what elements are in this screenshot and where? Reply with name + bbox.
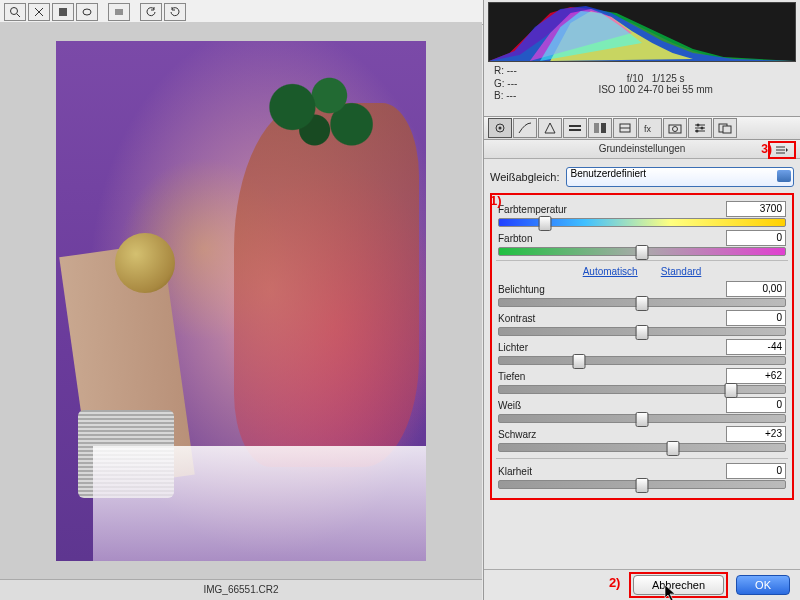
- tab-split[interactable]: [588, 118, 612, 138]
- exposure-slider[interactable]: [498, 298, 786, 307]
- settings-panel: R: --- G: --- B: --- f/10 1/125 s ISO 10…: [483, 0, 800, 600]
- whites-row: Weiß0: [498, 397, 786, 423]
- blacks-row: Schwarz+23: [498, 426, 786, 452]
- shadows-label: Tiefen: [498, 371, 525, 382]
- cancel-button[interactable]: Abbrechen: [633, 575, 724, 595]
- tab-lens[interactable]: [613, 118, 637, 138]
- highlights-label: Lichter: [498, 342, 528, 353]
- blacks-slider[interactable]: [498, 443, 786, 452]
- tab-fx[interactable]: fx: [638, 118, 662, 138]
- clarity-slider[interactable]: [498, 480, 786, 489]
- tab-detail[interactable]: [538, 118, 562, 138]
- tab-curve[interactable]: [513, 118, 537, 138]
- svg-rect-2: [59, 8, 67, 16]
- tab-basic[interactable]: [488, 118, 512, 138]
- temperature-value[interactable]: 3700: [726, 201, 786, 217]
- svg-rect-25: [723, 126, 731, 133]
- tab-hsl[interactable]: [563, 118, 587, 138]
- sliders-group: 1) Farbtemperatur3700 Farbton0 Automatis…: [490, 193, 794, 500]
- tint-slider[interactable]: [498, 247, 786, 256]
- contrast-value[interactable]: 0: [726, 310, 786, 326]
- exposure-label: Belichtung: [498, 284, 545, 295]
- exposure-row: Belichtung0,00: [498, 281, 786, 307]
- canvas-area[interactable]: [0, 22, 482, 579]
- tint-value[interactable]: 0: [726, 230, 786, 246]
- crop-button[interactable]: [108, 3, 130, 21]
- contrast-row: Kontrast0: [498, 310, 786, 336]
- svg-point-21: [697, 124, 700, 127]
- rotate-cw-button[interactable]: [164, 3, 186, 21]
- annotation-1: 1): [490, 193, 502, 208]
- panel-menu-button[interactable]: [768, 141, 796, 159]
- tint-label: Farbton: [498, 233, 532, 244]
- exif-readout: f/10 1/125 s ISO 100 24-70 bei 55 mm: [517, 73, 794, 95]
- eyedropper-button[interactable]: [52, 3, 74, 21]
- image-workspace: IMG_66551.CR2: [0, 22, 482, 600]
- sampler-button[interactable]: [76, 3, 98, 21]
- annotation-2: 2): [609, 575, 621, 590]
- tab-snapshots[interactable]: [713, 118, 737, 138]
- section-title: Grundeinstellungen: [599, 143, 686, 154]
- svg-point-0: [11, 8, 18, 15]
- whites-slider[interactable]: [498, 414, 786, 423]
- blacks-label: Schwarz: [498, 429, 536, 440]
- shadows-value[interactable]: +62: [726, 368, 786, 384]
- clarity-value[interactable]: 0: [726, 463, 786, 479]
- auto-link[interactable]: Automatisch: [583, 266, 638, 277]
- svg-point-8: [499, 127, 502, 130]
- section-header: Grundeinstellungen 3): [484, 140, 800, 159]
- whites-label: Weiß: [498, 400, 521, 411]
- svg-rect-11: [594, 123, 599, 133]
- blacks-value[interactable]: +23: [726, 426, 786, 442]
- shadows-row: Tiefen+62: [498, 368, 786, 394]
- svg-point-17: [673, 127, 678, 132]
- zoom-tool-button[interactable]: [4, 3, 26, 21]
- histogram-section: R: --- G: --- B: --- f/10 1/125 s ISO 10…: [484, 0, 800, 117]
- clarity-label: Klarheit: [498, 466, 532, 477]
- default-link[interactable]: Standard: [661, 266, 702, 277]
- temperature-label: Farbtemperatur: [498, 204, 567, 215]
- temperature-slider[interactable]: [498, 218, 786, 227]
- tint-row: Farbton0: [498, 230, 786, 256]
- controls-area: Weißabgleich: Benutzerdefiniert 1) Farbt…: [484, 159, 800, 569]
- panel-tabs: fx: [484, 117, 800, 140]
- svg-rect-10: [569, 129, 581, 131]
- preview-image: [56, 41, 426, 561]
- svg-text:fx: fx: [644, 124, 652, 134]
- b-readout: B: ---: [494, 90, 517, 103]
- filename-label: IMG_66551.CR2: [0, 579, 482, 600]
- histogram[interactable]: [488, 2, 796, 62]
- hand-tool-button[interactable]: [28, 3, 50, 21]
- tab-presets[interactable]: [688, 118, 712, 138]
- g-readout: G: ---: [494, 78, 517, 91]
- svg-point-23: [696, 130, 699, 133]
- svg-line-1: [17, 14, 20, 17]
- svg-point-22: [701, 127, 704, 130]
- whites-value[interactable]: 0: [726, 397, 786, 413]
- rgb-readout: R: --- G: --- B: ---: [494, 65, 517, 103]
- wb-label: Weißabgleich:: [490, 171, 560, 183]
- exposure-value[interactable]: 0,00: [726, 281, 786, 297]
- svg-rect-12: [601, 123, 606, 133]
- wb-select[interactable]: Benutzerdefiniert: [566, 167, 795, 187]
- temperature-row: Farbtemperatur3700: [498, 201, 786, 227]
- highlights-value[interactable]: -44: [726, 339, 786, 355]
- rotate-ccw-button[interactable]: [140, 3, 162, 21]
- ok-button[interactable]: OK: [736, 575, 790, 595]
- r-readout: R: ---: [494, 65, 517, 78]
- svg-rect-9: [569, 125, 581, 127]
- dialog-buttons: 2) Abbrechen OK: [484, 569, 800, 600]
- tab-camera[interactable]: [663, 118, 687, 138]
- svg-point-3: [83, 9, 91, 15]
- preset-links: Automatisch Standard: [498, 265, 786, 277]
- shadows-slider[interactable]: [498, 385, 786, 394]
- contrast-slider[interactable]: [498, 327, 786, 336]
- clarity-row: Klarheit0: [498, 463, 786, 489]
- highlights-slider[interactable]: [498, 356, 786, 365]
- contrast-label: Kontrast: [498, 313, 535, 324]
- highlights-row: Lichter-44: [498, 339, 786, 365]
